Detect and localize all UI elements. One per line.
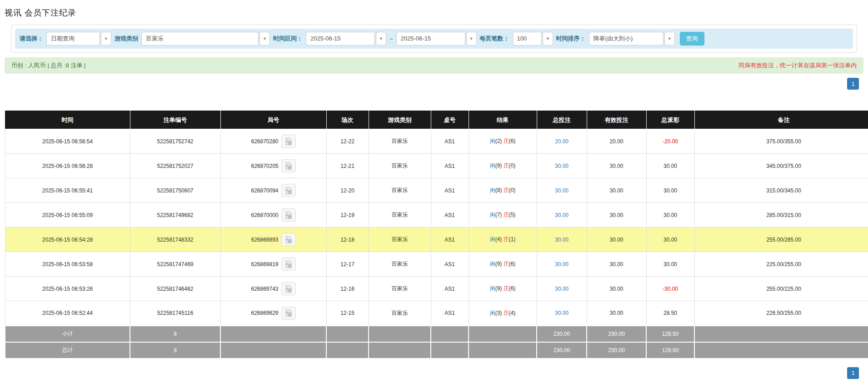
cell-note: 375.00/355.00: [694, 129, 868, 154]
column-header: 结果: [469, 111, 537, 129]
column-header: 注单编号: [130, 111, 220, 129]
table-row: 2025-06-15 06:56:54 522581752742 6268702…: [5, 129, 868, 154]
query-type-value[interactable]: 日期查询: [46, 32, 100, 45]
video-replay-button[interactable]: [281, 258, 296, 271]
total-bet-link[interactable]: 20.00: [555, 138, 569, 145]
cell-total-bet: 30.00: [537, 227, 587, 252]
video-replay-button[interactable]: [281, 159, 296, 172]
video-replay-button[interactable]: [281, 135, 296, 148]
video-replay-button[interactable]: [281, 233, 296, 246]
chevron-down-icon[interactable]: ▼: [466, 32, 477, 45]
cell-bet-id: 522581746462: [130, 277, 220, 301]
cell-valid-bet: 30.00: [587, 252, 646, 277]
result-banker-points: (0): [509, 162, 516, 169]
column-header: 桌号: [431, 111, 469, 129]
total-bet-link[interactable]: 30.00: [555, 163, 569, 169]
cell-game-type: 百家乐: [369, 154, 431, 178]
page-title: 视讯 会员下注纪录: [5, 7, 863, 18]
cell-note: 255.00/285.00: [694, 227, 868, 252]
grand-total-valid-bet: 230.00: [587, 342, 646, 359]
result-banker-label: 庄: [504, 162, 509, 169]
round-id-text: 626869893: [251, 237, 278, 243]
chevron-down-icon[interactable]: ▼: [376, 32, 386, 45]
cell-result: 闲(2) 庄(6): [469, 129, 537, 154]
filter-panel: 请选择： 日期查询 ▼ 游戏类别 百家乐 ▼ 时间区间： 2025-06-15 …: [11, 25, 857, 53]
cell-total-bet: 30.00: [537, 203, 587, 227]
result-banker-label: 庄: [504, 212, 509, 218]
cell-total-bet: 30.00: [537, 252, 587, 277]
total-bet-link[interactable]: 30.00: [555, 261, 569, 268]
subtotal-payout: 128.50: [646, 326, 694, 342]
cell-round-id: 626869819: [220, 252, 326, 277]
result-player-label: 闲: [490, 310, 495, 316]
cell-time: 2025-06-15 06:55:41: [5, 178, 130, 203]
round-id-text: 626870205: [251, 163, 278, 169]
page-size-label: 每页笔数：: [480, 35, 509, 43]
cell-session: 12-20: [326, 178, 369, 203]
video-icon: [284, 260, 293, 268]
cell-valid-bet: 30.00: [587, 154, 646, 178]
time-sort-value[interactable]: 降幂(由大到小): [589, 32, 663, 45]
date-from-value[interactable]: 2025-06-15: [306, 32, 375, 45]
query-type-select[interactable]: 日期查询 ▼: [46, 32, 111, 45]
date-from-select[interactable]: 2025-06-15 ▼: [306, 32, 386, 45]
total-bet-link[interactable]: 30.00: [555, 237, 569, 243]
search-button[interactable]: 查询: [680, 32, 704, 45]
cell-note: 345.00/375.00: [694, 154, 868, 178]
cell-session: 12-15: [326, 301, 369, 326]
grand-total-total-bet: 230.00: [537, 342, 587, 359]
result-player-points: (4): [495, 236, 502, 243]
page-number-button[interactable]: 1: [847, 78, 859, 90]
page-size-value[interactable]: 100: [513, 32, 542, 45]
game-type-value[interactable]: 百家乐: [141, 32, 259, 45]
result-banker-points: (6): [509, 261, 516, 267]
result-banker-label: 庄: [504, 261, 509, 267]
video-replay-button[interactable]: [281, 282, 296, 295]
table-row: 2025-06-15 06:55:09 522581749682 6268700…: [5, 203, 868, 227]
total-bet-link[interactable]: 30.00: [555, 187, 569, 194]
grand-total-row: 总计 8 230.00 230.00 128.50: [5, 342, 868, 359]
chevron-down-icon[interactable]: ▼: [259, 32, 270, 45]
page-number-button[interactable]: 1: [847, 367, 859, 379]
cell-valid-bet: 20.00: [587, 129, 646, 154]
result-banker-points: (5): [509, 212, 516, 218]
game-type-select[interactable]: 百家乐 ▼: [141, 32, 270, 45]
time-sort-select[interactable]: 降幂(由大到小) ▼: [589, 32, 675, 45]
grand-total-label: 总计: [5, 342, 130, 359]
select-type-label: 请选择：: [20, 35, 43, 43]
column-header: 有效投注: [587, 111, 646, 129]
total-bet-link[interactable]: 30.00: [555, 212, 569, 218]
video-replay-button[interactable]: [281, 184, 296, 197]
total-bet-link[interactable]: 30.00: [555, 310, 569, 316]
result-player-points: (9): [495, 162, 502, 169]
cell-bet-id: 522581747469: [130, 252, 220, 277]
video-replay-button[interactable]: [281, 307, 296, 320]
cell-valid-bet: 30.00: [587, 203, 646, 227]
chevron-down-icon[interactable]: ▼: [101, 32, 111, 45]
cell-result: 闲(4) 庄(1): [469, 227, 537, 252]
cell-session: 12-19: [326, 203, 369, 227]
column-header: 时间: [5, 111, 130, 129]
cell-note: 255.00/225.00: [694, 277, 868, 301]
cell-valid-bet: 30.00: [587, 178, 646, 203]
page-size-select[interactable]: 100 ▼: [513, 32, 553, 45]
cell-table-no: AS1: [431, 277, 469, 301]
result-player-label: 闲: [490, 187, 495, 193]
subtotal-label: 小计: [5, 326, 130, 342]
cell-session: 12-22: [326, 129, 369, 154]
result-banker-points: (6): [509, 138, 516, 144]
column-header: 备注: [694, 111, 868, 129]
cell-game-type: 百家乐: [369, 277, 431, 301]
round-id-text: 626870280: [251, 138, 278, 145]
cell-payout: 30.00: [646, 203, 694, 227]
cell-time: 2025-06-15 06:55:09: [5, 203, 130, 227]
chevron-down-icon[interactable]: ▼: [543, 32, 553, 45]
video-replay-button[interactable]: [281, 208, 296, 222]
date-to-value[interactable]: 2025-06-15: [396, 32, 465, 45]
total-bet-link[interactable]: 30.00: [555, 286, 569, 292]
chevron-down-icon[interactable]: ▼: [664, 32, 675, 45]
date-to-select[interactable]: 2025-06-15 ▼: [396, 32, 477, 45]
video-icon: [284, 309, 293, 317]
pagination-top: 1: [5, 78, 863, 90]
cell-round-id: 626870280: [220, 129, 326, 154]
